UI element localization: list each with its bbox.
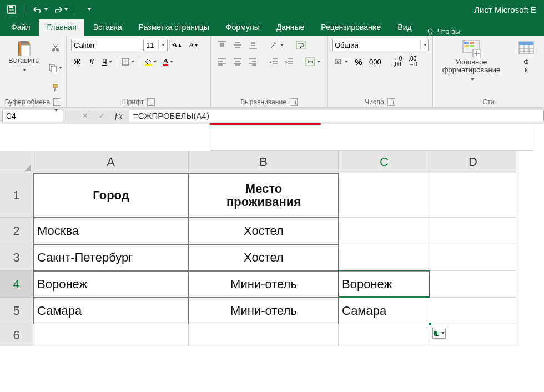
font-dialog-launcher[interactable] — [147, 98, 155, 106]
align-bottom-button[interactable] — [246, 39, 260, 51]
cell-B6[interactable] — [189, 324, 339, 346]
name-box-input[interactable] — [3, 112, 53, 120]
align-left-button[interactable] — [215, 56, 229, 68]
tab-page-layout[interactable]: Разметка страницы — [131, 19, 217, 36]
fill-handle[interactable] — [428, 322, 432, 326]
fx-icon[interactable]: ƒx — [111, 110, 125, 122]
cell-B4[interactable]: Мини-отель — [189, 271, 339, 298]
format-painter-button[interactable] — [46, 82, 64, 94]
fill-color-button[interactable] — [142, 56, 159, 68]
decrease-decimal-button[interactable]: ,00→0 — [406, 56, 420, 68]
cell-B2[interactable]: Хостел — [189, 218, 339, 244]
underline-button[interactable]: Ч — [100, 56, 114, 68]
cell-A4[interactable]: Воронеж — [33, 271, 189, 298]
borders-icon — [122, 58, 129, 66]
bold-button[interactable]: Ж — [71, 56, 83, 68]
cell-C1[interactable] — [339, 173, 430, 218]
increase-decimal-button[interactable]: ←0,00 — [391, 56, 405, 68]
number-format-input[interactable] — [333, 39, 420, 51]
cell-D4[interactable] — [430, 271, 516, 298]
font-size-combo[interactable] — [143, 39, 168, 51]
align-top-button[interactable] — [215, 39, 229, 51]
conditional-formatting-button[interactable]: Условноеформатирование — [437, 38, 505, 91]
format-as-table-button[interactable]: Фк — [513, 38, 540, 91]
tab-data[interactable]: Данные — [269, 19, 313, 36]
undo-icon[interactable] — [32, 2, 48, 17]
name-box[interactable] — [2, 110, 63, 122]
tab-home[interactable]: Главная — [39, 19, 84, 36]
borders-button[interactable] — [119, 56, 137, 68]
align-middle-button[interactable] — [231, 39, 244, 51]
cell-C6[interactable] — [339, 324, 430, 346]
tab-insert[interactable]: Вставка — [85, 19, 130, 36]
column-header-B[interactable]: B — [189, 151, 339, 173]
format-table-icon — [517, 39, 536, 57]
redo-icon[interactable] — [52, 2, 68, 17]
svg-point-8 — [56, 48, 58, 51]
tab-formulas[interactable]: Формулы — [218, 19, 268, 36]
number-dialog-launcher[interactable] — [387, 98, 395, 106]
italic-button[interactable]: К — [85, 56, 98, 68]
paste-button[interactable]: Вставить — [4, 38, 43, 74]
row-header-5[interactable]: 5 — [0, 298, 33, 324]
paste-label: Вставить — [8, 56, 39, 64]
cell-D5[interactable] — [430, 298, 516, 324]
column-header-D[interactable]: D — [430, 151, 516, 173]
svg-point-3 — [428, 29, 432, 33]
alignment-dialog-launcher[interactable] — [290, 98, 298, 106]
autofill-options-button[interactable] — [432, 328, 446, 339]
align-right-button[interactable] — [246, 56, 259, 68]
merge-cells-button[interactable] — [303, 56, 323, 68]
cell-C3[interactable] — [339, 244, 430, 271]
cell-C2[interactable] — [339, 218, 430, 244]
comma-format-button[interactable]: 000 — [367, 56, 384, 68]
cell-A1[interactable]: Город — [33, 173, 189, 218]
tab-review[interactable]: Рецензирование — [313, 19, 389, 36]
cut-button[interactable] — [46, 41, 64, 53]
increase-font-button[interactable]: A▲ — [170, 39, 184, 51]
row-header-4[interactable]: 4 — [0, 271, 33, 298]
column-header-A[interactable]: A — [33, 151, 189, 173]
row-header-1[interactable]: 1 — [0, 173, 33, 218]
tab-file[interactable]: Файл — [3, 19, 38, 36]
group-font: A▲ A▼ Ж К Ч А Шрифт — [67, 36, 211, 107]
clipboard-dialog-launcher[interactable] — [53, 98, 61, 106]
cell-A6[interactable] — [33, 324, 189, 346]
cell-B1[interactable]: Местопроживания — [189, 173, 339, 218]
group-font-label: Шрифт — [122, 98, 144, 106]
wrap-text-button[interactable] — [294, 39, 308, 51]
row-header-6[interactable]: 6 — [0, 324, 33, 346]
formula-input[interactable]: =СЖПРОБЕЛЫ(A4) — [129, 110, 544, 122]
cancel-formula-button[interactable]: ✕ — [78, 110, 92, 122]
tab-view[interactable]: Вид — [390, 19, 419, 36]
cell-D3[interactable] — [430, 244, 516, 271]
tell-me-search[interactable]: Что вы — [426, 27, 461, 36]
increase-indent-button[interactable] — [283, 56, 296, 68]
lightbulb-icon — [426, 28, 434, 36]
row-header-2[interactable]: 2 — [0, 218, 33, 244]
confirm-formula-button[interactable]: ✓ — [94, 110, 109, 122]
accounting-format-button[interactable] — [332, 56, 350, 68]
cell-D2[interactable] — [430, 218, 516, 244]
decrease-indent-button[interactable] — [267, 56, 280, 68]
copy-button[interactable] — [46, 62, 64, 74]
qat-customize-icon[interactable] — [80, 2, 97, 17]
align-center-button[interactable] — [231, 56, 244, 68]
cell-A5[interactable]: Самара — [33, 298, 189, 324]
font-name-combo[interactable] — [71, 39, 141, 51]
row-header-3[interactable]: 3 — [0, 244, 33, 271]
number-format-combo[interactable] — [332, 39, 429, 51]
column-header-C[interactable]: C — [339, 151, 430, 173]
decrease-font-button[interactable]: A▼ — [187, 39, 200, 51]
cell-A3[interactable]: Сакнт-Петербург — [33, 244, 189, 271]
percent-format-button[interactable]: % — [352, 56, 365, 68]
cell-D1[interactable] — [430, 173, 516, 218]
font-size-input[interactable] — [144, 39, 158, 51]
cell-A2[interactable]: Москва — [33, 218, 189, 244]
font-color-button[interactable]: А — [161, 56, 175, 68]
select-all-corner[interactable] — [0, 151, 33, 173]
save-icon[interactable] — [3, 2, 20, 17]
orientation-button[interactable] — [268, 39, 286, 51]
cell-B5[interactable]: Мини-отель — [189, 298, 339, 324]
cell-B3[interactable]: Хостел — [189, 244, 339, 271]
